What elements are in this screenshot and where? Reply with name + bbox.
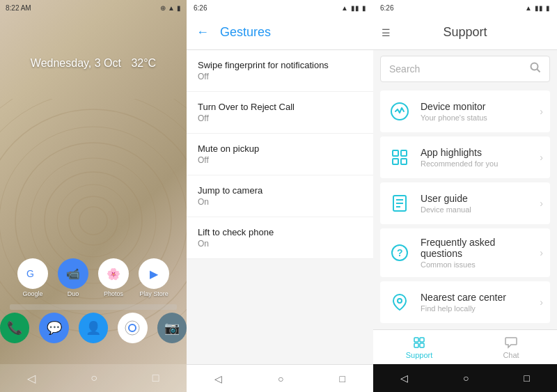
- support-bottom-nav: Support Chat: [373, 329, 557, 364]
- bottom-nav-chat[interactable]: Chat: [465, 330, 557, 364]
- app-google[interactable]: G Google: [17, 258, 48, 297]
- faq-chevron: ›: [540, 247, 543, 258]
- user-guide-text: User guide Device manual: [421, 193, 531, 214]
- support-back-nav[interactable]: ◁: [400, 373, 408, 384]
- duo-app-icon: 📹: [58, 258, 88, 289]
- svg-point-15: [129, 324, 136, 331]
- gesture-item-camera[interactable]: Jump to camera On: [187, 175, 373, 217]
- home-nav-button[interactable]: ○: [91, 372, 97, 384]
- gesture-lift-name: Lift to check phone: [198, 227, 362, 237]
- home-status-left: 8:22 AM: [6, 4, 31, 12]
- battery-icon: ▮: [177, 4, 181, 12]
- support-recents-nav[interactable]: □: [524, 373, 529, 384]
- support-item-user-guide[interactable]: User guide Device manual ›: [380, 182, 550, 224]
- support-header: ☰ Support: [373, 15, 557, 50]
- duo-label: Duo: [68, 290, 79, 297]
- gesture-camera-name: Jump to camera: [198, 185, 362, 196]
- gesture-mute-value: Off: [198, 155, 362, 165]
- svg-rect-19: [393, 150, 398, 156]
- support-item-care-center[interactable]: Nearest care center Find help locally ›: [380, 281, 550, 323]
- gestures-nav-bar: ◁ ○ □: [187, 364, 373, 392]
- gesture-swipe-name: Swipe fingerprint for notifications: [198, 60, 362, 70]
- support-item-app-highlights[interactable]: App highlights Recommended for you ›: [380, 136, 550, 178]
- device-monitor-sub: Your phone's status: [421, 113, 531, 122]
- support-item-device-monitor[interactable]: Device monitor Your phone's status ›: [380, 91, 550, 132]
- chrome-app-icon[interactable]: [118, 313, 147, 343]
- photos-app-icon: 🌸: [98, 258, 129, 289]
- faq-sub: Common issues: [421, 260, 531, 269]
- gestures-status-bar: 6:26 ▲ ▮▮ ▮: [187, 0, 373, 15]
- support-panel: 6:26 ▲ ▮▮ ▮ ☰ Support Search: [373, 0, 557, 392]
- svg-point-29: [398, 299, 402, 303]
- gestures-recents-nav[interactable]: □: [340, 373, 345, 384]
- gestures-signal-icon: ▮▮: [351, 4, 359, 12]
- gesture-item-mute[interactable]: Mute on pickup Off: [187, 134, 373, 175]
- device-monitor-icon: [387, 99, 412, 124]
- bottom-nav-support[interactable]: Support: [373, 330, 465, 364]
- gestures-header: ← Gestures: [187, 15, 373, 50]
- phone-app-icon[interactable]: 📞: [0, 313, 29, 343]
- support-nav-icon: [412, 336, 426, 350]
- faq-icon: ?: [387, 240, 412, 265]
- app-highlights-icon: [387, 145, 412, 170]
- support-battery-icon: ▮: [546, 4, 550, 12]
- support-items-list: Device monitor Your phone's status › App…: [373, 88, 557, 329]
- gesture-item-lift[interactable]: Lift to check phone On: [187, 217, 373, 259]
- gestures-back-nav[interactable]: ◁: [214, 373, 222, 384]
- care-center-chevron: ›: [540, 297, 543, 308]
- care-center-title: Nearest care center: [421, 292, 531, 303]
- home-apps-area: G Google 📹 Duo 🌸 Photos ▶ Play: [0, 258, 187, 350]
- gesture-item-turnover[interactable]: Turn Over to Reject Call Off: [187, 92, 373, 134]
- home-status-bar: 8:22 AM ⊕ ▲ ▮: [0, 0, 187, 15]
- support-title: Support: [443, 25, 487, 40]
- gestures-home-nav[interactable]: ○: [278, 373, 283, 384]
- bluetooth-icon: ⊕: [160, 4, 166, 12]
- app-photos[interactable]: 🌸 Photos: [98, 258, 129, 297]
- home-date: Wednesday, 3 Oct: [31, 57, 121, 69]
- svg-text:?: ?: [397, 247, 403, 258]
- google-app-icon: G: [17, 258, 48, 289]
- chat-nav-icon: [504, 336, 518, 350]
- support-signal-icon: ▮▮: [535, 4, 543, 12]
- app-highlights-sub: Recommended for you: [421, 159, 531, 168]
- camera-app-icon[interactable]: 📷: [157, 313, 187, 343]
- care-center-icon: [387, 290, 412, 315]
- device-monitor-title: Device monitor: [421, 101, 531, 112]
- support-wifi-icon: ▲: [525, 4, 532, 12]
- photos-label: Photos: [104, 290, 123, 297]
- device-monitor-chevron: ›: [540, 106, 543, 117]
- support-status-time: 6:26: [380, 4, 393, 12]
- messages-app-icon[interactable]: 💬: [39, 313, 68, 343]
- svg-rect-32: [414, 343, 418, 347]
- gesture-item-swipe[interactable]: Swipe fingerprint for notifications Off: [187, 50, 373, 92]
- contacts-app-icon[interactable]: 👤: [79, 313, 108, 343]
- gesture-mute-name: Mute on pickup: [198, 143, 362, 154]
- hamburger-menu-icon[interactable]: ☰: [382, 27, 391, 38]
- gesture-turnover-name: Turn Over to Reject Call: [198, 102, 362, 112]
- svg-point-2: [57, 185, 130, 257]
- play-label: Play Store: [139, 290, 168, 297]
- support-home-nav[interactable]: ○: [463, 373, 469, 384]
- gesture-camera-value: On: [198, 197, 362, 207]
- search-placeholder: Search: [389, 63, 524, 75]
- support-status-icons: ▲ ▮▮ ▮: [525, 4, 550, 12]
- user-guide-chevron: ›: [540, 198, 543, 209]
- recents-nav-button[interactable]: □: [152, 372, 159, 384]
- gestures-status-time: 6:26: [194, 4, 207, 12]
- app-duo[interactable]: 📹 Duo: [58, 258, 88, 297]
- gesture-lift-value: On: [198, 239, 362, 249]
- support-search-bar[interactable]: Search: [380, 56, 550, 82]
- back-nav-button[interactable]: ◁: [27, 372, 36, 385]
- faq-title: Frequently asked questions: [421, 237, 531, 259]
- app-play[interactable]: ▶ Play Store: [139, 258, 169, 297]
- gestures-wifi-icon: ▲: [341, 4, 348, 12]
- home-datetime: Wednesday, 3 Oct 32°C: [0, 57, 187, 70]
- home-temperature: 32°C: [131, 57, 156, 69]
- faq-text: Frequently asked questions Common issues: [421, 237, 531, 269]
- support-phone-nav-bar: ◁ ○ □: [373, 364, 557, 392]
- device-monitor-text: Device monitor Your phone's status: [421, 101, 531, 122]
- gestures-back-button[interactable]: ←: [196, 25, 209, 40]
- support-item-faq[interactable]: ? Frequently asked questions Common issu…: [380, 228, 550, 277]
- svg-rect-33: [420, 343, 424, 347]
- app-row-1: G Google 📹 Duo 🌸 Photos ▶ Play: [0, 258, 187, 297]
